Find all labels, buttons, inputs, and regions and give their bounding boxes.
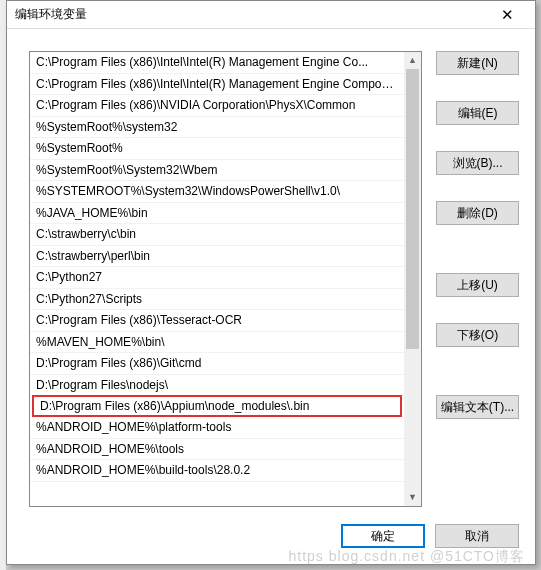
move-up-button[interactable]: 上移(U) bbox=[436, 273, 519, 297]
cancel-button[interactable]: 取消 bbox=[435, 524, 519, 548]
scroll-up-icon[interactable]: ▲ bbox=[404, 52, 421, 69]
browse-button[interactable]: 浏览(B)... bbox=[436, 151, 519, 175]
list-item[interactable]: C:\Program Files (x86)\Intel\Intel(R) Ma… bbox=[30, 74, 404, 96]
dialog-title: 编辑环境变量 bbox=[15, 6, 487, 23]
list-item[interactable]: D:\Program Files (x86)\Appium\node_modul… bbox=[32, 395, 402, 417]
edit-button[interactable]: 编辑(E) bbox=[436, 101, 519, 125]
path-listbox[interactable]: C:\Program Files (x86)\Intel\Intel(R) Ma… bbox=[29, 51, 422, 507]
scroll-track[interactable] bbox=[404, 69, 421, 489]
list-item[interactable]: %ANDROID_HOME%\tools bbox=[30, 439, 404, 461]
new-button[interactable]: 新建(N) bbox=[436, 51, 519, 75]
ok-button[interactable]: 确定 bbox=[341, 524, 425, 548]
list-item[interactable]: C:\strawberry\c\bin bbox=[30, 224, 404, 246]
list-item[interactable]: %JAVA_HOME%\bin bbox=[30, 203, 404, 225]
list-item[interactable]: C:\Program Files (x86)\Intel\Intel(R) Ma… bbox=[30, 52, 404, 74]
list-item[interactable]: C:\Python27\Scripts bbox=[30, 289, 404, 311]
scroll-thumb[interactable] bbox=[406, 69, 419, 349]
list-item[interactable]: %SystemRoot% bbox=[30, 138, 404, 160]
list-item[interactable]: D:\Program Files\nodejs\ bbox=[30, 375, 404, 397]
titlebar: 编辑环境变量 ✕ bbox=[7, 1, 535, 29]
listbox-rows: C:\Program Files (x86)\Intel\Intel(R) Ma… bbox=[30, 52, 404, 506]
scrollbar[interactable]: ▲ ▼ bbox=[404, 52, 421, 506]
list-item[interactable]: C:\strawberry\perl\bin bbox=[30, 246, 404, 268]
side-button-group: 新建(N) 编辑(E) 浏览(B)... 删除(D) 上移(U) 下移(O) 编… bbox=[436, 51, 519, 510]
dialog-footer: 确定 取消 bbox=[7, 516, 535, 564]
list-item[interactable]: C:\Python27 bbox=[30, 267, 404, 289]
scroll-down-icon[interactable]: ▼ bbox=[404, 489, 421, 506]
list-item[interactable]: %SystemRoot%\System32\Wbem bbox=[30, 160, 404, 182]
list-item[interactable]: C:\Program Files (x86)\NVIDIA Corporatio… bbox=[30, 95, 404, 117]
client-area: C:\Program Files (x86)\Intel\Intel(R) Ma… bbox=[7, 29, 535, 516]
list-item[interactable]: %ANDROID_HOME%\build-tools\28.0.2 bbox=[30, 460, 404, 482]
env-var-dialog: 编辑环境变量 ✕ C:\Program Files (x86)\Intel\In… bbox=[6, 0, 536, 565]
list-item[interactable]: %SYSTEMROOT%\System32\WindowsPowerShell\… bbox=[30, 181, 404, 203]
list-item[interactable]: D:\Program Files (x86)\Git\cmd bbox=[30, 353, 404, 375]
list-item[interactable]: %MAVEN_HOME%\bin\ bbox=[30, 332, 404, 354]
edit-text-button[interactable]: 编辑文本(T)... bbox=[436, 395, 519, 419]
close-icon[interactable]: ✕ bbox=[487, 6, 527, 24]
move-down-button[interactable]: 下移(O) bbox=[436, 323, 519, 347]
delete-button[interactable]: 删除(D) bbox=[436, 201, 519, 225]
list-item[interactable]: C:\Program Files (x86)\Tesseract-OCR bbox=[30, 310, 404, 332]
list-item[interactable]: %ANDROID_HOME%\platform-tools bbox=[30, 417, 404, 439]
list-item[interactable]: %SystemRoot%\system32 bbox=[30, 117, 404, 139]
